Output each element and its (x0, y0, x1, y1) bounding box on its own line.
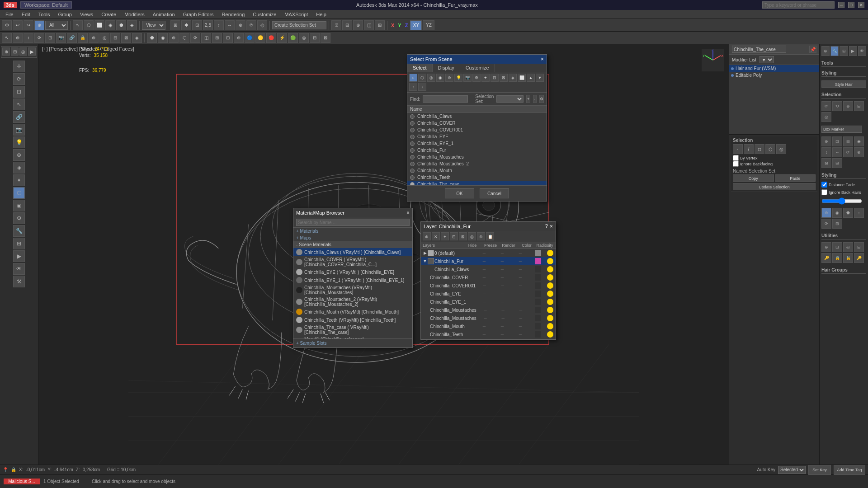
tb2-icon16[interactable]: ⊕ (169, 33, 179, 43)
workspace-dropdown[interactable]: Workspace: Default (20, 1, 72, 9)
li-color-0[interactable] (535, 250, 541, 256)
layer-tb-btn3[interactable]: + (441, 232, 449, 240)
lp-select[interactable]: ↖ (13, 99, 25, 110)
tb-icon12[interactable]: ✱ (181, 20, 191, 30)
view-dropdown[interactable]: View (142, 21, 165, 30)
tb-icon7[interactable]: ⬜ (94, 20, 104, 30)
layer-tb-btn6[interactable]: ◎ (468, 232, 476, 240)
tools2-icon4[interactable]: ◉ (854, 136, 864, 146)
tb2-icon3[interactable]: ↕ (24, 33, 33, 43)
dt-btn11[interactable]: ⊠ (500, 74, 508, 82)
dt-btn4[interactable]: ◉ (436, 74, 444, 82)
cancel-button[interactable]: Cancel (480, 188, 509, 198)
tb2-icon15[interactable]: ◉ (158, 33, 168, 43)
add-time-tag-btn[interactable]: Add Time Tag (834, 465, 865, 475)
list-item-9[interactable]: Chinchilla_Teeth (407, 174, 547, 181)
tools2-icon1[interactable]: ⊕ (821, 136, 831, 146)
layer-item-7[interactable]: Chinchilla_Moustaches ─ ─ ─ (421, 306, 556, 314)
li-sun-2[interactable] (547, 266, 553, 272)
li-sun-0[interactable] (547, 250, 553, 256)
li-color-7[interactable] (535, 307, 542, 313)
modifier-item-hair[interactable]: Hair and Fur (WSM) (729, 65, 819, 72)
tb2-icon1[interactable]: ↖ (2, 33, 12, 43)
ok-button[interactable]: OK (445, 188, 474, 198)
menu-animation[interactable]: Animation (149, 11, 179, 18)
mb-item-9[interactable]: Map #1 (Chinchilla_color.png) [Chinchill… (293, 336, 412, 338)
lp-hierarchy[interactable]: ⊞ (13, 238, 25, 249)
object-name-field[interactable] (732, 46, 786, 53)
tb2-icon30[interactable]: ⊠ (321, 33, 330, 43)
tb2-icon9[interactable]: ⊕ (89, 33, 99, 43)
tb-select-icon[interactable]: ↖ (73, 20, 83, 30)
set-key-btn[interactable]: Set Key (808, 465, 831, 475)
layer-close-btn[interactable]: × (550, 223, 553, 230)
li-sun-7[interactable] (547, 307, 553, 313)
tb-icon19[interactable]: ⊕ (353, 20, 363, 30)
mb-item-7[interactable]: Chinchilla_Teeth (VRayMtl) [Chinchilla_T… (293, 316, 412, 324)
layer-tb-btn7[interactable]: ⊕ (477, 232, 485, 240)
dt-btn8[interactable]: ⚙ (472, 74, 481, 82)
sel-set-options[interactable]: ⚙ (539, 95, 544, 103)
layer-item-3[interactable]: Chinchilla_COVER ─ ─ ─ (421, 273, 556, 282)
li-color-9[interactable] (535, 323, 541, 329)
tb-icon11[interactable]: ⊞ (170, 20, 180, 30)
sel2-icon3[interactable]: ⊕ (843, 101, 853, 111)
dt-btn12[interactable]: ◈ (509, 74, 517, 82)
layer-tb-btn4[interactable]: ⊟ (450, 232, 458, 240)
lp-space[interactable]: ◈ (13, 162, 25, 174)
mb-search-input[interactable] (296, 219, 410, 226)
distance-fade-check[interactable] (821, 182, 827, 188)
tb-icon21[interactable]: ⊞ (375, 20, 385, 30)
tab-customize[interactable]: Customize (460, 64, 495, 72)
layer-item-0[interactable]: ▶ 0 (default) ─ ─ ─ (421, 249, 556, 257)
li-sun-9[interactable] (547, 323, 553, 329)
tb-icon15[interactable]: ↔ (225, 20, 235, 30)
mb-item-3[interactable]: Chinchilla_EYE_1 ( VRayMtl ) [Chinchilla… (293, 276, 412, 284)
dt-btn3[interactable]: ◎ (427, 74, 435, 82)
sel-border[interactable]: □ (755, 144, 764, 154)
layer-item-1[interactable]: ▼ Chinchilla_Fur ─ ─ ─ (421, 257, 556, 265)
find-input[interactable] (423, 95, 468, 103)
tb2-icon17[interactable]: ⬡ (179, 33, 189, 43)
list-item-5[interactable]: Chinchilla_Fur (407, 147, 547, 154)
dt-btn9[interactable]: ✦ (481, 74, 490, 82)
util-icon2[interactable]: ⊡ (832, 242, 842, 252)
util-icon5[interactable]: 🔑 (821, 253, 831, 263)
lp-move[interactable]: ✛ (13, 61, 25, 72)
list-item-2[interactable]: Chinchilla_COVER001 (407, 127, 547, 133)
tb2-icon29[interactable]: ⊟ (310, 33, 320, 43)
li-sun-6[interactable] (547, 299, 553, 305)
tb-icon14[interactable]: ↕ (214, 20, 224, 30)
tb2-icon6[interactable]: 📷 (56, 33, 66, 43)
menu-help[interactable]: Help (312, 11, 330, 18)
tb2-icon25[interactable]: 🔴 (266, 33, 276, 43)
li-check-1[interactable] (428, 258, 434, 264)
list-item-4[interactable]: Chinchilla_EYE_1 (407, 140, 547, 147)
layer-item-9[interactable]: Chinchilla_Mouth ─ ─ ─ (421, 322, 556, 330)
pin-button[interactable]: 📌 (809, 46, 816, 53)
distance-fade-checkbox[interactable]: Distance Fade (821, 182, 866, 188)
lp-helper[interactable]: ⊕ (13, 149, 25, 161)
tb-icon6[interactable]: ⬡ (84, 20, 94, 30)
mb-item-6[interactable]: Chinchilla_Mouth (VRayMtl) [Chinchilla_M… (293, 308, 412, 316)
util-icon8[interactable]: 🔑 (854, 253, 864, 263)
mb-item-8[interactable]: Chinchilla_The_case ( VRayMtl) [Chinchil… (293, 324, 412, 336)
mb-item-0[interactable]: Chinchilla_Claws ( VRayMtl ) [Chinchilla… (293, 248, 412, 256)
copy-button[interactable]: Copy (733, 174, 774, 182)
lp-particles[interactable]: ✦ (13, 174, 25, 186)
tb-icon8[interactable]: ◉ (105, 20, 115, 30)
tb2-icon20[interactable]: ⊞ (212, 33, 222, 43)
li-color-10[interactable] (535, 331, 541, 338)
tb-icon20[interactable]: ◫ (364, 20, 374, 30)
lp-utilities[interactable]: ⚒ (13, 276, 25, 287)
sty-icon6[interactable]: ⊞ (832, 219, 842, 229)
lp-btn1[interactable]: ⊕ (2, 47, 10, 56)
tb2-icon26[interactable]: ⚡ (277, 33, 287, 43)
fr-display-icon[interactable]: 👁 (858, 46, 866, 56)
li-sun-5[interactable] (547, 291, 553, 297)
layer-tb-btn8[interactable]: 📋 (486, 232, 494, 240)
axis-xy[interactable]: XY (410, 20, 422, 30)
tb2-icon21[interactable]: ⊡ (223, 33, 233, 43)
tb-icon18[interactable]: ◎ (257, 20, 267, 30)
li-color-8[interactable] (535, 315, 542, 321)
